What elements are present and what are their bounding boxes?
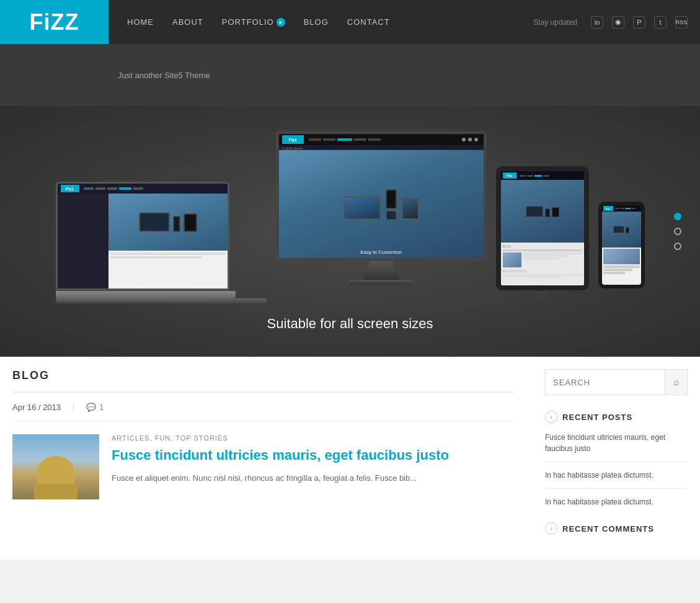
recent-comments-arrow[interactable]: › <box>545 522 557 535</box>
slide-dot-2[interactable] <box>674 228 681 235</box>
devices-area: Fizz <box>19 118 682 303</box>
brand-tagline: Just another Site5 Theme <box>118 71 210 80</box>
nav-blog[interactable]: BLOG <box>304 17 329 27</box>
recent-posts-title: RECENT POSTS <box>562 413 632 422</box>
recent-comments-section: › RECENT COMMENTS <box>545 522 688 535</box>
meta-separator <box>73 402 74 412</box>
logo-box[interactable]: FiZZ <box>0 0 109 44</box>
hero-section: Fizz <box>0 106 700 357</box>
dribbble-icon[interactable]: ◉ <box>612 16 624 29</box>
nav-home[interactable]: HOME <box>127 17 154 27</box>
stay-updated-label: Stay updated <box>533 18 577 27</box>
slide-dot-1[interactable] <box>674 213 681 220</box>
post-categories: ARTICLES, FUN, TOP STORIES <box>112 434 514 442</box>
blog-title: BLOG <box>12 369 514 393</box>
linkedin-icon[interactable]: in <box>591 16 603 29</box>
recent-posts-header: › RECENT POSTS <box>545 411 688 423</box>
post-title-link[interactable]: Fusce tincidunt ultricies mauris, eget f… <box>112 447 514 465</box>
portfolio-indicator: ● <box>277 18 285 27</box>
sidebar-divider-1 <box>545 462 688 462</box>
device-phone: Fizz <box>598 202 645 303</box>
search-button[interactable]: ⌕ <box>665 370 687 395</box>
rss-icon[interactable]: RSS <box>675 16 688 29</box>
laptop-screen: Fizz <box>56 182 229 290</box>
recent-post-3[interactable]: In hac habitasse platea dictumst. <box>545 494 688 510</box>
recent-post-1[interactable]: Fusce tincidunt ultricies mauris, eget f… <box>545 429 688 457</box>
meta-comments: 💬 1 <box>86 403 104 412</box>
device-tablet: Fizz <box>496 166 589 300</box>
nav-contact[interactable]: CONTACT <box>347 17 390 27</box>
post-content: ARTICLES, FUN, TOP STORIES Fusce tincidu… <box>112 434 514 499</box>
comment-icon: 💬 <box>86 403 96 412</box>
slide-dot-3[interactable] <box>674 243 681 250</box>
recent-post-2[interactable]: In hac habitasse platea dictumst. <box>545 467 688 483</box>
laptop-caption: Suitable for all screen sizes <box>109 283 228 287</box>
nav-portfolio[interactable]: PORTFOLIO ● <box>222 17 285 27</box>
device-monitor: Fizz A <box>276 131 487 285</box>
blog-sidebar: ⌕ › RECENT POSTS Fusce tincidunt ultrici… <box>545 369 700 547</box>
recent-posts-section: › RECENT POSTS Fusce tincidunt ultricies… <box>545 411 688 510</box>
social-area: Stay updated in ◉ P t RSS <box>533 16 700 29</box>
blog-meta: Apr 16 / 2013 💬 1 <box>12 393 514 422</box>
blog-post: ARTICLES, FUN, TOP STORIES Fusce tincidu… <box>12 422 514 512</box>
pinterest-icon[interactable]: P <box>633 16 645 29</box>
logo-text: FiZZ <box>30 9 79 35</box>
post-thumbnail <box>12 434 99 499</box>
brand-area: Just another Site5 Theme <box>0 44 700 106</box>
blog-main: BLOG Apr 16 / 2013 💬 1 ARTICLES, FUN, TO… <box>0 369 526 547</box>
search-box: ⌕ <box>545 369 688 395</box>
post-excerpt: Fusce et aliquet enim. Nunc nisl nisi, r… <box>112 472 514 485</box>
nav-about[interactable]: ABOUT <box>172 17 203 27</box>
search-input[interactable] <box>546 372 665 393</box>
comment-count: 1 <box>99 403 104 412</box>
twitter-icon[interactable]: t <box>654 16 667 29</box>
hero-tagline: Suitable for all screen sizes <box>267 316 433 332</box>
main-nav: HOME ABOUT PORTFOLIO ● BLOG CONTACT <box>109 17 533 27</box>
slide-indicators[interactable] <box>674 213 681 250</box>
recent-comments-header: › RECENT COMMENTS <box>545 522 688 535</box>
sidebar-divider-2 <box>545 488 688 489</box>
site-header: FiZZ HOME ABOUT PORTFOLIO ● BLOG CONTACT… <box>0 0 700 44</box>
post-date: Apr 16 / 2013 <box>12 403 61 412</box>
device-laptop: Fizz <box>56 182 267 303</box>
nav-portfolio-label: PORTFOLIO <box>222 17 274 27</box>
blog-section: BLOG Apr 16 / 2013 💬 1 ARTICLES, FUN, TO… <box>0 357 700 560</box>
recent-posts-arrow[interactable]: › <box>545 411 557 423</box>
recent-comments-title: RECENT COMMENTS <box>562 524 654 534</box>
